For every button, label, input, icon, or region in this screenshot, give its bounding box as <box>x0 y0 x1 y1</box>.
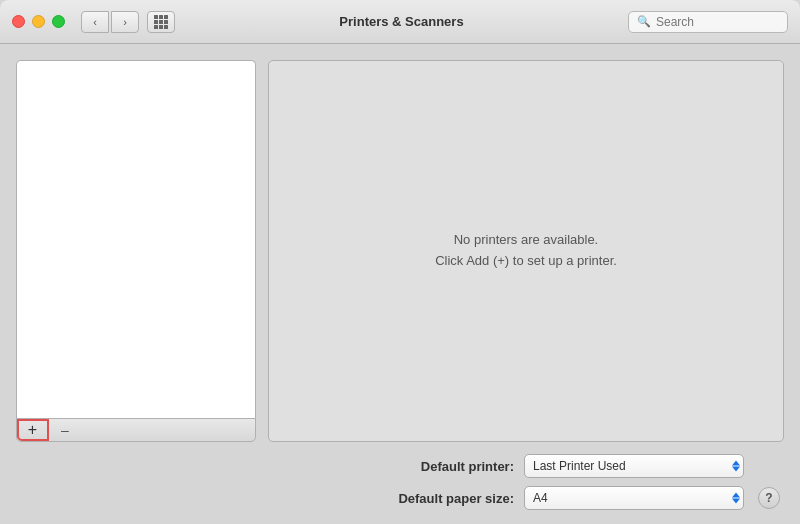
search-box[interactable]: 🔍 <box>628 11 788 33</box>
close-button[interactable] <box>12 15 25 28</box>
default-paper-select[interactable]: A4 Letter A3 Legal <box>524 486 744 510</box>
grid-view-button[interactable] <box>147 11 175 33</box>
empty-line2: Click Add (+) to set up a printer. <box>435 251 617 272</box>
minimize-button[interactable] <box>32 15 45 28</box>
default-paper-row: Default paper size: A4 Letter A3 Legal ? <box>374 486 780 510</box>
back-button[interactable]: ‹ <box>81 11 109 33</box>
remove-printer-button[interactable]: – <box>49 419 81 441</box>
empty-message: No printers are available. Click Add (+)… <box>435 230 617 272</box>
help-button[interactable]: ? <box>758 487 780 509</box>
default-paper-select-wrapper: A4 Letter A3 Legal <box>524 486 744 510</box>
printer-list <box>16 60 256 418</box>
main-panel: No printers are available. Click Add (+)… <box>268 60 784 442</box>
search-icon: 🔍 <box>637 15 651 28</box>
default-printer-label: Default printer: <box>374 459 514 474</box>
default-printer-row: Default printer: Last Printer Used Ask e… <box>374 454 780 478</box>
bottom-bar: Default printer: Last Printer Used Ask e… <box>0 442 800 524</box>
forward-button[interactable]: › <box>111 11 139 33</box>
grid-icon <box>154 15 168 29</box>
content-area: + – No printers are available. Click Add… <box>0 44 800 442</box>
list-toolbar: + – <box>16 418 256 442</box>
sidebar: + – <box>16 60 256 442</box>
settings-rows: Default printer: Last Printer Used Ask e… <box>374 454 780 510</box>
default-printer-select-wrapper: Last Printer Used Ask each time <box>524 454 744 478</box>
add-printer-button[interactable]: + <box>17 419 49 441</box>
empty-line1: No printers are available. <box>435 230 617 251</box>
default-paper-label: Default paper size: <box>374 491 514 506</box>
nav-buttons: ‹ › <box>81 11 139 33</box>
window-title: Printers & Scanners <box>175 14 628 29</box>
traffic-lights <box>12 15 65 28</box>
default-printer-select[interactable]: Last Printer Used Ask each time <box>524 454 744 478</box>
search-input[interactable] <box>656 15 779 29</box>
maximize-button[interactable] <box>52 15 65 28</box>
titlebar: ‹ › Printers & Scanners 🔍 <box>0 0 800 44</box>
